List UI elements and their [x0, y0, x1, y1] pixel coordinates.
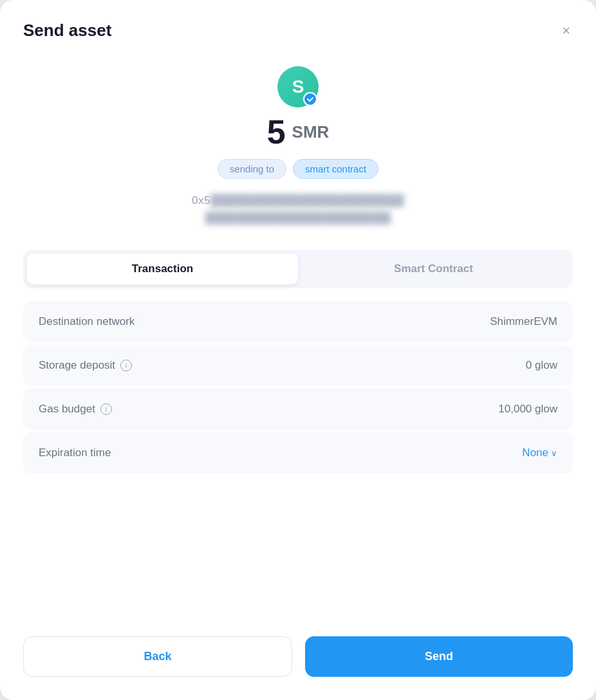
tabs-container: Transaction Smart Contract	[23, 250, 573, 288]
modal-header: Send asset ×	[23, 21, 573, 41]
close-button[interactable]: ×	[559, 21, 573, 41]
address-blur-1: ████████████████████████	[210, 194, 404, 207]
expiration-time-label: Expiration time	[39, 447, 111, 459]
address-blur-2: ███████████████████████	[205, 212, 391, 224]
asset-icon-letter: S	[292, 77, 304, 97]
gas-budget-label: Gas budget i	[39, 403, 112, 416]
tags-row: sending to smart contract	[218, 159, 378, 179]
storage-deposit-label: Storage deposit i	[39, 359, 132, 372]
asset-amount-row: 5 SMR	[267, 115, 330, 149]
send-asset-modal: Send asset × S 5 SMR sending to smart co…	[0, 0, 596, 700]
tab-smart-contract[interactable]: Smart Contract	[298, 253, 569, 284]
destination-network-label: Destination network	[39, 315, 135, 328]
asset-section: S 5 SMR sending to smart contract 0x5███…	[23, 66, 573, 226]
expiration-time-row: Expiration time None ∨	[23, 432, 573, 474]
smart-contract-tag: smart contract	[293, 159, 378, 179]
send-button[interactable]: Send	[305, 636, 573, 677]
expiration-time-value[interactable]: None ∨	[522, 447, 557, 459]
address-prefix: 0x5	[192, 194, 210, 207]
destination-network-row: Destination network ShimmerEVM	[23, 301, 573, 342]
details-section: Destination network ShimmerEVM Storage d…	[23, 301, 573, 616]
asset-symbol: SMR	[292, 122, 330, 142]
modal-title: Send asset	[23, 21, 111, 41]
tab-transaction[interactable]: Transaction	[27, 253, 298, 284]
destination-network-value: ShimmerEVM	[490, 315, 557, 328]
actions-row: Back Send	[23, 636, 573, 677]
storage-deposit-row: Storage deposit i 0 glow	[23, 345, 573, 386]
sending-to-tag: sending to	[218, 159, 286, 179]
chevron-down-icon: ∨	[551, 448, 557, 458]
back-button[interactable]: Back	[23, 636, 292, 677]
gas-budget-row: Gas budget i 10,000 glow	[23, 389, 573, 430]
asset-amount: 5	[267, 115, 286, 149]
storage-deposit-value: 0 glow	[526, 359, 557, 372]
gas-budget-value: 10,000 glow	[498, 403, 557, 416]
address-block: 0x5████████████████████████ ████████████…	[192, 192, 404, 226]
verified-badge	[303, 92, 317, 106]
asset-icon-wrapper: S	[277, 66, 319, 107]
verified-check-icon	[306, 95, 314, 103]
storage-deposit-info-icon[interactable]: i	[120, 360, 132, 371]
gas-budget-info-icon[interactable]: i	[100, 403, 112, 415]
